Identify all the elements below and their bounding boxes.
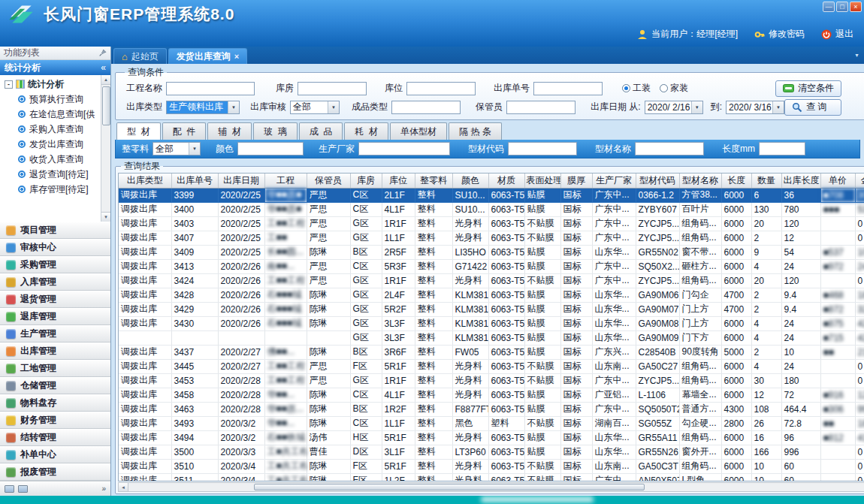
tab-shipment-outbound-query[interactable]: 发货出库查询 × [168,48,247,64]
sidebar-module[interactable]: 采购管理 [0,256,110,273]
sidebar-module[interactable]: 报废管理 [0,463,110,481]
sidebar-module[interactable]: 物料盘存 [0,394,110,412]
hscrollbar-thumb[interactable] [254,484,645,490]
tab-start-page[interactable]: ⌂ 起始页 [113,48,167,64]
table-row[interactable]: 调拨出库34132020/2/26南■■...严思C区5R3F整料G714226… [119,259,864,273]
pin-icon[interactable] [98,49,107,57]
sidebar-module[interactable]: 工地管理 [0,360,110,377]
table-row[interactable]: 调拨出库34372020/2/27佛■■...陈琳B区3R6F整料FW05606… [119,345,864,359]
product-type-input[interactable] [391,101,461,114]
panel-icon[interactable] [18,485,28,493]
length-input[interactable] [759,142,805,155]
location-input[interactable] [406,82,476,95]
scroll-up-icon[interactable]: ▲ [101,75,110,85]
sidebar-module[interactable]: 仓储管理 [0,377,110,394]
column-header[interactable]: 单价 [820,174,855,188]
table-row[interactable]: 调拨出库34452020/2/27工■■工程严思F区5R1F整料光身料6063-… [119,359,864,373]
tree-item[interactable]: 在途信息查询[供 [0,107,110,122]
order-no-input[interactable] [533,82,603,95]
material-tab[interactable]: 成 品 [299,122,343,140]
tree-root[interactable]: - 统计分析 [0,77,110,92]
sidebar-module[interactable]: 审核中心 [0,239,110,256]
column-header[interactable]: 金额 [855,174,864,188]
table-row[interactable]: 调拨出库34002020/2/25华■■原■严思C区4L1F整料SU10...6… [119,202,864,216]
profile-code-input[interactable] [508,142,577,155]
column-header[interactable]: 数量 [751,174,781,188]
sidebar-module[interactable]: 生产管理 [0,325,110,343]
chevron-down-icon[interactable]: ▼ [328,101,339,113]
table-row[interactable]: 调拨出库35102020/3/4工■共工程陈琳F区5R1F整料光身料6063-T… [119,459,864,473]
column-header[interactable]: 库位 [382,174,415,188]
material-tab[interactable]: 隔 热 条 [449,122,502,140]
horizontal-scrollbar[interactable]: ◄ ► [118,482,864,492]
sidebar-module[interactable]: 入库管理 [0,273,110,291]
manufacturer-input[interactable] [358,142,450,155]
tree-item[interactable]: 退货查询[待定] [0,167,110,182]
search-button[interactable]: 查 询 [784,99,841,116]
tree-item[interactable]: 预算执行查询 [0,92,110,107]
column-header[interactable]: 材质 [488,174,524,188]
audit-combo[interactable]: 全部 ▼ [290,101,340,114]
chevron-down-icon[interactable]: ▼ [189,143,200,155]
table-row[interactable]: 调拨出库34092020/2/25长■■园...陈琳B区2R5F整料LI35HO… [119,245,864,259]
sidebar-module[interactable]: 退库管理 [0,308,110,325]
table-row[interactable]: 调拨出库34942020/3/2石■■铁城汤伟H区5R1F整料光身料6063-T… [119,430,864,445]
scrollbar-thumb[interactable] [102,86,110,125]
column-header[interactable]: 出库日期 [218,174,264,188]
sidebar-module[interactable]: 财务管理 [0,412,110,429]
tree-item[interactable]: 库存管理[待定] [0,182,110,197]
chevron-down-icon[interactable]: ▼ [691,101,702,113]
jiazhuang-radio[interactable] [660,84,668,92]
table-row[interactable]: 调拨出库35112020/3/4工■共工程陈琳F区1L2F整料光身料6063-T… [119,473,864,481]
table-row[interactable]: 调拨出库34302020/2/26石■■■城陈琳G区3L3F整料KLM38176… [119,316,864,330]
table-row[interactable]: 调拨出库34632020/2/28华■■原...陈琳B区1R2F整料F8877F… [119,402,864,416]
column-header[interactable]: 膜厚 [560,174,592,188]
chevron-down-icon[interactable]: ▼ [772,101,784,113]
table-row[interactable]: 调拨出库34532020/2/28工■■工程严思G区1R1F整料光身料6063-… [119,373,864,388]
change-password-link[interactable]: 修改密码 [769,28,805,41]
column-header[interactable]: 出库长度 [781,174,820,188]
column-header[interactable]: 生产厂家 [592,174,636,188]
column-header[interactable]: 保管员 [307,174,350,188]
table-row[interactable]: 调拨出库34932020/3/2华■■...陈琳C区1L1F整料黑色塑料不贴膜国… [119,416,864,430]
tree-scrollbar[interactable]: ▲ ▼ [101,75,110,222]
table-row[interactable]: 调拨出库33992020/2/25华■■原■严思C区2L1F整料SU10...6… [119,188,864,202]
column-header[interactable]: 出库单号 [171,174,218,188]
computer-icon[interactable] [5,485,14,493]
minimize-button[interactable]: — [823,2,835,12]
table-row[interactable]: 调拨出库34032020/2/25工■■工程严思G区1R1F整料光身料6063-… [119,216,864,231]
material-tab[interactable]: 单体型材 [390,122,447,140]
material-tab[interactable]: 耗 材 [344,122,388,140]
table-row[interactable]: 调拨出库34072020/2/25工■■严思G区1L1F整料光身料6063-T5… [119,231,864,245]
profile-name-input[interactable] [635,142,704,155]
column-header[interactable]: 表面处理 [524,174,560,188]
color-input[interactable] [237,142,304,155]
table-row[interactable]: 调拨出库34282020/2/26石■■■城陈琳G区2L4F整料KLM38176… [119,288,864,302]
material-tab[interactable]: 玻 璃 [253,122,298,140]
table-row[interactable]: 调拨出库34242020/2/26工■■工程严思G区1R1F整料光身料6063-… [119,273,864,288]
sidebar-module[interactable]: 项目管理 [0,222,110,239]
maximize-button[interactable]: □ [836,2,848,12]
project-name-input[interactable] [166,82,255,95]
collapse-icon[interactable]: « [101,62,106,73]
gongzhuang-radio[interactable] [622,84,630,92]
close-button[interactable]: × [850,2,862,12]
column-header[interactable]: 工程 [264,174,307,188]
material-tab[interactable]: 配 件 [162,122,207,140]
tab-list-dropdown-icon[interactable]: ▼ [854,53,859,58]
sidebar-module[interactable]: 结转管理 [0,429,110,446]
tree-item[interactable]: 收货入库查询 [0,152,110,167]
tree-item[interactable]: 采购入库查询 [0,122,110,137]
column-header[interactable]: 型材名称 [679,174,721,188]
whole-part-combo[interactable]: 全部 ▼ [153,142,201,155]
logout-button[interactable]: 退出 [835,28,853,41]
keeper-input[interactable] [506,101,575,114]
sidebar-module[interactable]: 补单中心 [0,446,110,463]
table-row[interactable]: 调拨出库34582020/2/28华■■...陈琳C区4L1F整料光身料6063… [119,388,864,402]
material-tab[interactable]: 型 材 [116,122,161,140]
scroll-down-icon[interactable]: ▼ [101,212,110,222]
clear-conditions-button[interactable]: 清空条件 [775,80,841,97]
tree-expander-icon[interactable]: - [5,80,13,89]
out-type-combo[interactable]: 生产领料出库 ▼ [166,101,240,114]
column-header[interactable]: 长度 [721,174,751,188]
